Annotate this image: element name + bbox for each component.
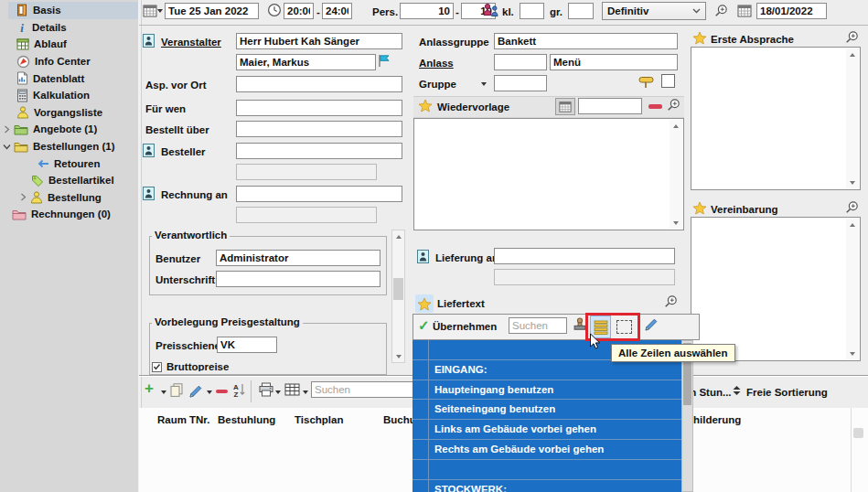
vereinbarung-textarea[interactable]: [691, 217, 861, 361]
column-header-tischplan[interactable]: Tischplan: [295, 414, 343, 425]
table-dropdown-caret[interactable]: [303, 390, 308, 394]
sidebar-item-rechnungen[interactable]: Rechnungen (0): [0, 206, 138, 223]
sidebar-item-bestellung[interactable]: Bestellung: [0, 189, 138, 207]
time-from-input[interactable]: [284, 3, 314, 19]
besteller-input[interactable]: [236, 143, 402, 159]
magnifier-plus-icon[interactable]: [714, 4, 728, 17]
sidebar-item-info-center[interactable]: Info Center: [0, 53, 138, 70]
chevron-down-icon[interactable]: [3, 143, 11, 151]
deadline-date-input[interactable]: [756, 3, 827, 19]
sidebar-item-kalkulation[interactable]: Kalkulation: [0, 87, 138, 104]
sidebar-item-basis[interactable]: Basis: [8, 2, 138, 19]
fuer-wen-input[interactable]: [236, 100, 402, 116]
magnifier-plus-icon[interactable]: [664, 294, 678, 308]
liefertext-search-input[interactable]: [509, 317, 567, 334]
anlassgruppe-input[interactable]: [494, 33, 678, 49]
rechnung-an-input[interactable]: [236, 186, 402, 202]
list-item[interactable]: [413, 460, 681, 480]
gr-input[interactable]: [568, 3, 594, 19]
unterschrift-input[interactable]: [216, 271, 380, 287]
add-dropdown-caret[interactable]: [161, 390, 166, 394]
asp-vor-ort-input[interactable]: [236, 76, 402, 92]
list-item[interactable]: Rechts am Gebäude vorbei gehen: [413, 440, 681, 460]
anlass-label[interactable]: Anlass: [419, 58, 454, 70]
print-dropdown-caret[interactable]: [275, 390, 281, 394]
column-header-buchung[interactable]: Buchu: [383, 414, 416, 425]
contact-person-icon[interactable]: [143, 187, 155, 202]
add-plus-icon[interactable]: +: [145, 380, 154, 396]
magnifier-plus-icon[interactable]: [845, 200, 859, 214]
sidebar-item-ablauf[interactable]: Ablauf: [0, 36, 138, 53]
gruppe-checkbox[interactable]: [661, 74, 675, 88]
sidebar-item-vorgangsliste[interactable]: Vorgangsliste: [0, 104, 138, 122]
calendar-button[interactable]: [555, 98, 575, 115]
star-icon[interactable]: [418, 99, 433, 114]
sidebar-item-datenblatt[interactable]: Datenblatt: [0, 70, 138, 87]
pencil-icon[interactable]: [644, 317, 659, 334]
lieferung-an-input[interactable]: [494, 248, 675, 264]
table-search-input[interactable]: [311, 381, 413, 398]
veranstalter-label[interactable]: Veranstalter: [161, 37, 221, 48]
kl-input[interactable]: [520, 3, 544, 19]
calendar-dropdown-caret[interactable]: [157, 9, 163, 13]
chevron-right-icon[interactable]: [3, 125, 11, 134]
list-item[interactable]: Seiteneingang benutzen: [413, 400, 681, 420]
list-item[interactable]: Links am Gebäude vorbei gehen: [413, 420, 681, 440]
contact-person-icon[interactable]: [143, 34, 155, 49]
column-header-raum[interactable]: Raum: [157, 414, 187, 425]
column-header-beschilderung-fragment[interactable]: hilderung: [693, 414, 741, 425]
time-to-input[interactable]: [322, 3, 352, 19]
list-item[interactable]: STOCKWERK:: [413, 480, 681, 492]
bruttopreise-checkbox[interactable]: [152, 362, 162, 372]
list-item[interactable]: EINGANG:: [413, 360, 681, 380]
column-header-tnr[interactable]: TNr.: [189, 414, 209, 425]
table-scrollbar[interactable]: [853, 428, 863, 438]
magnifier-plus-icon[interactable]: [667, 98, 680, 112]
free-sort-label[interactable]: Freie Sortierung: [746, 387, 828, 399]
calendar-icon[interactable]: [737, 4, 752, 17]
sort-az-icon[interactable]: AZ: [232, 382, 246, 400]
event-date-input[interactable]: [165, 3, 259, 19]
gruppe-dropdown-caret[interactable]: [481, 82, 487, 86]
star-icon[interactable]: [692, 31, 707, 47]
list-scrollbar[interactable]: [681, 340, 693, 492]
wiedervorlage-date-input[interactable]: [578, 98, 642, 114]
gruppe-input[interactable]: [494, 75, 547, 91]
pencil-icon[interactable]: [188, 384, 203, 401]
preisschiene-input[interactable]: [217, 337, 277, 353]
sidebar-item-bestellungen[interactable]: Bestellungen (1): [0, 138, 138, 155]
column-header-bestuhlung[interactable]: Bestuhlung: [218, 414, 275, 425]
form-scrollbar[interactable]: [391, 230, 405, 363]
anlass-code-input[interactable]: [494, 54, 547, 70]
veranstalter-input[interactable]: [236, 33, 402, 49]
uebernehmen-button[interactable]: Übernehmen: [433, 321, 497, 333]
wiedervorlage-textarea[interactable]: [413, 118, 684, 230]
sidebar-item-retouren[interactable]: Retouren: [0, 155, 138, 172]
anlass-input[interactable]: [550, 54, 678, 70]
pers-from-input[interactable]: [400, 3, 454, 19]
calendar-icon[interactable]: [143, 4, 157, 17]
copy-icon[interactable]: [169, 383, 184, 399]
contact-person-icon[interactable]: [417, 250, 429, 265]
flag-icon[interactable]: [378, 54, 390, 70]
veranstalter-contact-input[interactable]: [236, 54, 376, 70]
list-item[interactable]: Haupteingang benutzen: [413, 380, 681, 401]
star-icon[interactable]: [692, 201, 707, 217]
sort-arrows-icon[interactable]: [732, 385, 742, 398]
table-view-icon[interactable]: [284, 383, 300, 398]
sidebar-item-angebote[interactable]: Angebote (1): [0, 121, 138, 138]
erste-absprache-textarea[interactable]: [691, 47, 861, 190]
contact-person-icon[interactable]: [143, 144, 155, 159]
sidebar-item-bestellartikel[interactable]: Bestellartikel: [0, 172, 138, 189]
signpost-icon[interactable]: [638, 76, 655, 91]
chevron-right-icon[interactable]: [19, 193, 27, 201]
edit-dropdown-caret[interactable]: [207, 390, 212, 394]
delete-minus-icon[interactable]: [216, 390, 228, 393]
bestellt-ueber-input[interactable]: [236, 121, 402, 137]
star-icon[interactable]: [415, 294, 434, 313]
status-select[interactable]: Definitiv: [602, 2, 706, 20]
remove-minus-icon[interactable]: [648, 104, 662, 109]
sidebar-item-details[interactable]: i Details: [0, 19, 138, 37]
printer-icon[interactable]: [258, 382, 274, 399]
benutzer-input[interactable]: [216, 250, 380, 266]
